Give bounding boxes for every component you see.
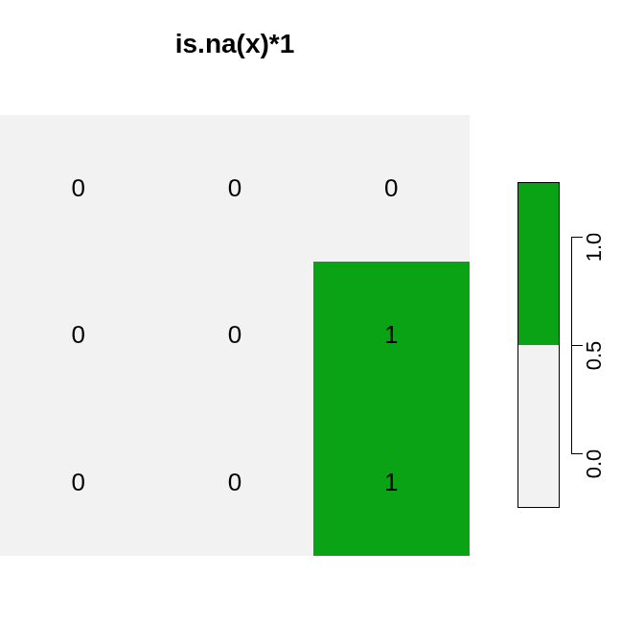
cell-1-2: 1 (313, 262, 470, 408)
cell-2-2: 1 (313, 409, 470, 556)
heatmap-grid: 0 0 0 0 0 1 0 0 1 (0, 115, 470, 556)
color-legend (518, 182, 560, 508)
cell-2-1: 0 (156, 409, 312, 556)
cell-1-0: 0 (0, 262, 156, 408)
legend-tick-label-0p5: 0.5 (582, 336, 607, 375)
cell-1-1: 0 (156, 262, 312, 408)
legend-low-color (518, 345, 559, 507)
legend-high-color (518, 183, 559, 345)
chart-title: is.na(x)*1 (0, 29, 470, 59)
cell-0-0: 0 (0, 115, 156, 262)
cell-0-1: 0 (156, 115, 312, 262)
cell-0-2: 0 (313, 115, 470, 262)
legend-tick-label-0p0: 0.0 (582, 445, 607, 483)
legend-tick-label-1p0: 1.0 (582, 228, 607, 266)
cell-2-0: 0 (0, 409, 156, 556)
